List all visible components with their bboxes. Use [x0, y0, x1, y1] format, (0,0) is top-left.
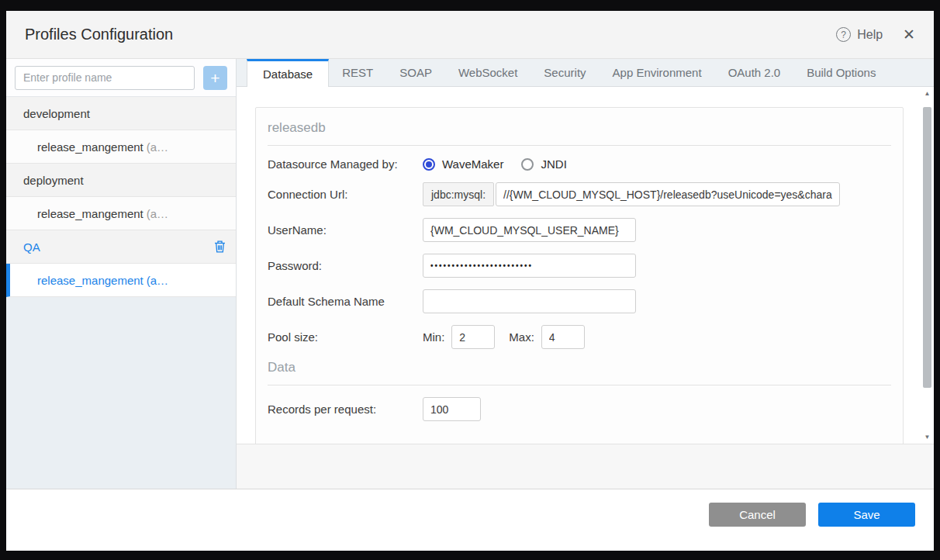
scroll-down-icon[interactable]: ▼: [921, 432, 933, 442]
db-item-suffix: (a…: [147, 207, 168, 220]
cancel-button[interactable]: Cancel: [709, 503, 806, 527]
page-title: Profiles Configuration: [25, 26, 173, 43]
data-section-title: Data: [268, 349, 891, 385]
db-item-suffix: (a…: [147, 140, 168, 154]
pool-min-label: Min:: [423, 330, 444, 344]
profile-tabs: Database REST SOAP WebSocket Security Ap…: [237, 59, 934, 87]
db-item-label: release_mangement: [37, 274, 143, 287]
db-item-label: release_mangement: [37, 207, 143, 220]
add-profile-button[interactable]: +: [203, 66, 227, 90]
schema-input[interactable]: [423, 289, 636, 313]
pool-size-row: Pool size: Min: Max:: [268, 325, 891, 349]
close-icon[interactable]: ✕: [903, 27, 915, 42]
db-item-suffix: (a…: [147, 274, 168, 287]
datasource-row: Datasource Managed by: WaveMaker JNDI: [268, 157, 891, 171]
pool-min-input[interactable]: [451, 325, 495, 349]
help-icon: ?: [836, 27, 851, 42]
profile-group-label: deployment: [23, 174, 84, 187]
tab-soap[interactable]: SOAP: [386, 59, 445, 86]
wavemaker-radio-label: WaveMaker: [442, 157, 503, 171]
scroll-up-icon[interactable]: ▲: [921, 88, 933, 99]
password-row: Password:: [268, 254, 891, 278]
profile-group-label: QA: [23, 240, 40, 254]
connection-url-row: Connection Url: jdbc:mysql:: [268, 182, 891, 206]
wavemaker-radio[interactable]: [423, 158, 435, 171]
db-item-label: release_mangement: [37, 140, 143, 154]
datasource-label: Datasource Managed by:: [268, 157, 423, 171]
profile-group-label: development: [23, 107, 90, 120]
username-row: UserName:: [268, 218, 891, 242]
profile-name-input[interactable]: [15, 66, 195, 90]
sidebar-item-development-db[interactable]: release_mangement (a…: [6, 130, 236, 164]
delete-profile-icon[interactable]: [214, 240, 226, 253]
tab-oauth[interactable]: OAuth 2.0: [715, 59, 794, 86]
tab-app-environment[interactable]: App Environment: [600, 59, 715, 86]
username-label: UserName:: [268, 223, 423, 237]
jndi-radio-label: JNDI: [541, 157, 566, 171]
database-tab-content: releasedb Datasource Managed by: WaveMak…: [237, 87, 934, 444]
help-label: Help: [857, 28, 883, 42]
dialog-footer: Cancel Save: [6, 489, 934, 551]
jndi-radio[interactable]: [521, 158, 534, 171]
dialog-header: Profiles Configuration ? Help ✕: [6, 11, 934, 59]
pool-max-label: Max:: [509, 330, 534, 344]
jdbc-prefix: jdbc:mysql:: [423, 182, 494, 206]
tab-websocket[interactable]: WebSocket: [445, 59, 530, 86]
sidebar-item-deployment[interactable]: deployment: [6, 164, 236, 197]
vertical-scrollbar[interactable]: ▲ ▼: [921, 88, 933, 442]
profiles-configuration-dialog: Profiles Configuration ? Help ✕ + develo…: [6, 11, 934, 551]
records-per-request-row: Records per request:: [268, 397, 891, 421]
tab-rest[interactable]: REST: [329, 59, 386, 86]
tab-security[interactable]: Security: [530, 59, 599, 86]
save-button[interactable]: Save: [818, 503, 915, 527]
sidebar-item-qa[interactable]: QA: [6, 230, 236, 264]
database-section-title: releasedb: [268, 108, 891, 146]
schema-label: Default Schema Name: [268, 295, 423, 308]
records-per-request-label: Records per request:: [268, 403, 423, 416]
username-input[interactable]: [423, 218, 636, 242]
sidebar-item-development[interactable]: development: [6, 97, 236, 130]
schema-row: Default Schema Name: [268, 289, 891, 313]
content-bottom-strip: [237, 444, 934, 489]
tab-build-options[interactable]: Build Options: [793, 59, 889, 86]
records-per-request-input[interactable]: [423, 397, 481, 421]
profile-search-row: +: [6, 59, 236, 97]
sidebar-item-deployment-db[interactable]: release_mangement (a…: [6, 197, 236, 230]
connection-url-input[interactable]: [496, 182, 840, 206]
pool-size-label: Pool size:: [268, 330, 423, 344]
sidebar-item-qa-db[interactable]: release_mangement (a…: [6, 264, 236, 297]
scrollbar-thumb[interactable]: [923, 107, 931, 388]
help-button[interactable]: ? Help: [836, 27, 883, 42]
password-input[interactable]: [423, 254, 636, 278]
tab-database[interactable]: Database: [247, 59, 329, 87]
database-config-panel: releasedb Datasource Managed by: WaveMak…: [255, 107, 904, 444]
connection-url-label: Connection Url:: [268, 188, 423, 201]
password-label: Password:: [268, 259, 423, 272]
profiles-sidebar: + development release_mangement (a… depl…: [6, 59, 237, 489]
pool-max-input[interactable]: [541, 325, 585, 349]
